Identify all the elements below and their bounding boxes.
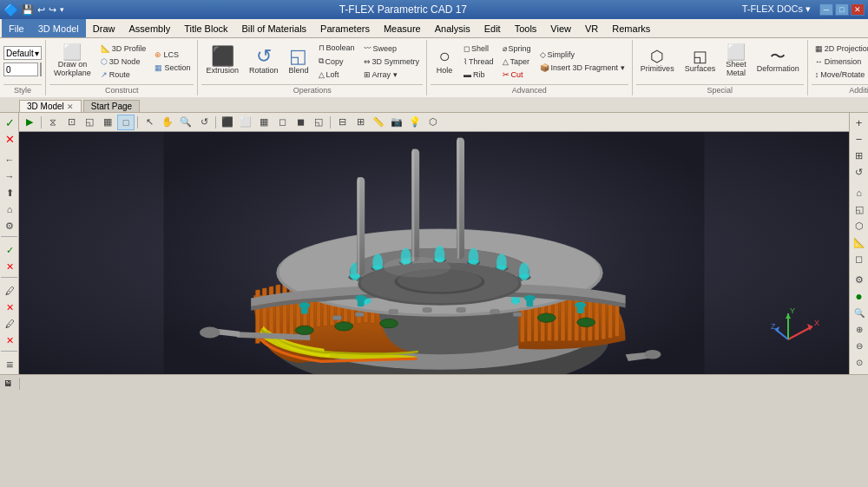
- style-color-preview[interactable]: [40, 63, 42, 76]
- rp-btn-zoom-all[interactable]: ⊕: [851, 321, 868, 337]
- lp-btn-cancel[interactable]: ✕: [1, 131, 18, 147]
- menu-titleblock[interactable]: Title Block: [177, 19, 234, 37]
- vp-btn-rotate[interactable]: ↺: [195, 115, 213, 130]
- vp-btn-light[interactable]: 💡: [406, 115, 424, 130]
- vp-btn-shade2[interactable]: ⬜: [237, 115, 254, 130]
- menu-edit[interactable]: Edit: [477, 19, 508, 37]
- docs-link[interactable]: T-FLEX DOCs ▾: [742, 3, 811, 16]
- btn-section[interactable]: ▦ Section: [151, 62, 194, 74]
- menu-measure[interactable]: Measure: [377, 19, 428, 37]
- 3d-viewport[interactable]: X Y Z: [19, 132, 849, 374]
- lp-btn-up[interactable]: ⬆: [1, 185, 18, 201]
- lp-btn-edit[interactable]: 🖊: [1, 283, 18, 299]
- lp-btn-green-check[interactable]: ✓: [1, 242, 18, 258]
- rp-btn-measure[interactable]: 📐: [851, 234, 868, 250]
- btn-insert-3d-fragment[interactable]: 📦Insert 3D Fragment ▾: [536, 62, 628, 74]
- lp-btn-confirm[interactable]: ✓: [1, 115, 18, 130]
- btn-loft[interactable]: △Loft: [315, 69, 358, 81]
- vp-btn-view1[interactable]: ◱: [81, 115, 98, 130]
- menu-analysis[interactable]: Analysis: [428, 19, 477, 37]
- menu-3dmodel[interactable]: 3D Model: [31, 19, 86, 37]
- lp-btn-red-x[interactable]: ✕: [1, 259, 18, 274]
- btn-move-rotate[interactable]: ↕Move/Rotate: [812, 69, 868, 81]
- btn-thread[interactable]: ⌇Thread: [460, 56, 497, 68]
- vp-btn-run[interactable]: ▶: [21, 115, 38, 130]
- vp-btn-filter2[interactable]: ⊡: [62, 115, 80, 130]
- btn-route[interactable]: ↗ Route: [97, 69, 150, 81]
- lp-btn-home[interactable]: ⌂: [1, 201, 18, 217]
- btn-boolean[interactable]: ⊓Boolean: [315, 42, 358, 54]
- vp-btn-shade4[interactable]: ◻: [273, 115, 291, 130]
- quick-access-save[interactable]: 💾: [22, 4, 34, 16]
- rp-btn-surface[interactable]: ◱: [851, 201, 868, 217]
- tab-3dmodel-close[interactable]: ✕: [67, 102, 74, 111]
- btn-cut[interactable]: ✂Cut: [499, 69, 535, 81]
- tab-startpage[interactable]: Start Page: [83, 100, 140, 112]
- btn-3d-symmetry[interactable]: ⇔3D Symmetry: [360, 56, 424, 68]
- btn-spring[interactable]: ⌀Spring: [499, 43, 535, 55]
- vp-btn-select-rect[interactable]: □: [117, 115, 135, 130]
- menu-parameters[interactable]: Parameters: [313, 19, 377, 37]
- vp-btn-measure[interactable]: 📏: [370, 115, 387, 130]
- btn-lcs[interactable]: ⊕ LCS: [151, 49, 194, 61]
- vp-btn-shade6[interactable]: ◱: [310, 115, 327, 130]
- btn-sheet-metal[interactable]: ⬜ SheetMetal: [721, 42, 751, 81]
- maximize-button[interactable]: □: [835, 3, 849, 16]
- vp-btn-camera[interactable]: 📷: [388, 115, 405, 130]
- quick-access-redo[interactable]: ↪: [49, 4, 56, 16]
- lp-btn-edit2[interactable]: 🖊: [1, 316, 18, 332]
- rp-btn-prev-view[interactable]: ⊖: [851, 338, 868, 353]
- rp-btn-clip[interactable]: ◻: [851, 251, 868, 267]
- vp-btn-cursor[interactable]: ↖: [141, 115, 158, 130]
- style-dropdown-num[interactable]: 0: [3, 63, 38, 76]
- rp-btn-zoom-in[interactable]: +: [851, 115, 868, 130]
- lp-btn-forward[interactable]: →: [1, 168, 18, 184]
- btn-extrusion[interactable]: ⬛ Extrusion: [201, 44, 243, 78]
- minimize-button[interactable]: ─: [819, 3, 833, 16]
- vp-btn-filter[interactable]: ⧖: [44, 115, 62, 130]
- rp-btn-rotate[interactable]: ↺: [851, 164, 868, 180]
- btn-2d-projection[interactable]: ▦2D Projection: [812, 43, 868, 55]
- close-button[interactable]: ✕: [851, 3, 865, 16]
- rp-btn-next-view[interactable]: ⊙: [851, 354, 868, 370]
- btn-array[interactable]: ⊞Array ▾: [360, 69, 424, 81]
- vp-btn-render[interactable]: ⬡: [424, 115, 442, 130]
- btn-shell[interactable]: ◻Shell: [460, 43, 497, 55]
- btn-3d-profile[interactable]: 📐 3D Profile: [97, 43, 150, 55]
- vp-btn-shade5[interactable]: ◼: [292, 115, 309, 130]
- quick-access-undo[interactable]: ↩: [37, 4, 45, 16]
- lp-btn-striped[interactable]: ≡: [1, 357, 18, 372]
- tab-3dmodel[interactable]: 3D Model ✕: [19, 100, 82, 112]
- menu-vr[interactable]: VR: [578, 19, 605, 37]
- lp-btn-back[interactable]: ←: [1, 152, 18, 168]
- vp-btn-section[interactable]: ⊞: [352, 115, 369, 130]
- btn-blend[interactable]: ◱ Blend: [284, 44, 312, 78]
- btn-sweep[interactable]: 〰Sweep: [360, 43, 424, 55]
- btn-hole[interactable]: ○ Hole: [431, 44, 458, 78]
- vp-btn-shade1[interactable]: ⬛: [219, 115, 236, 130]
- menu-view[interactable]: View: [543, 19, 578, 37]
- menu-remarks[interactable]: Remarks: [605, 19, 657, 37]
- vp-btn-shade3[interactable]: ▦: [255, 115, 273, 130]
- vp-btn-zoom-rect[interactable]: 🔍: [177, 115, 194, 130]
- vp-btn-pan[interactable]: ✋: [159, 115, 176, 130]
- btn-primitives[interactable]: ⬡ Primitives: [636, 46, 679, 76]
- btn-dimension[interactable]: ↔Dimension: [812, 56, 868, 68]
- btn-draw-on-workplane[interactable]: ⬜ Draw onWorkplane: [49, 42, 95, 81]
- btn-rib[interactable]: ▬Rib: [460, 69, 497, 81]
- menu-draw[interactable]: Draw: [86, 19, 122, 37]
- rp-btn-wire[interactable]: ⬡: [851, 218, 868, 234]
- btn-taper[interactable]: △Taper: [499, 56, 535, 68]
- menu-bom[interactable]: Bill of Materials: [235, 19, 314, 37]
- lp-btn-del[interactable]: ✕: [1, 299, 18, 315]
- style-dropdown-name[interactable]: Default ▾: [3, 46, 42, 60]
- lp-btn-del2[interactable]: ✕: [1, 332, 18, 348]
- rp-btn-fit[interactable]: ⊞: [851, 148, 868, 163]
- rp-btn-zoom-window[interactable]: 🔍: [851, 305, 868, 320]
- vp-btn-clip[interactable]: ⊟: [333, 115, 351, 130]
- btn-copy[interactable]: ⧉Copy: [315, 55, 358, 68]
- menu-tools[interactable]: Tools: [508, 19, 544, 37]
- lp-btn-settings[interactable]: ⚙: [1, 218, 18, 234]
- rp-btn-settings[interactable]: ⚙: [851, 272, 868, 287]
- vp-btn-view2[interactable]: ▦: [99, 115, 116, 130]
